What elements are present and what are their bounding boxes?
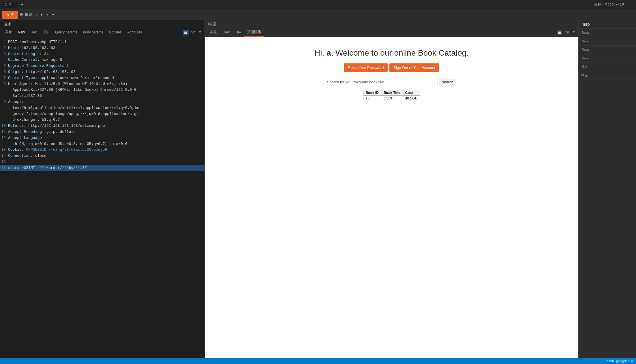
inspector-panel: Insp Requ Requ Requ Requ 请求 响应 — [578, 20, 636, 358]
code-line-8: 8 User-Agent: Mozilla/5.0 (Windows NT 10… — [0, 81, 205, 87]
response-panel: 响应 美化 Raw Hex 页面渲染 ☰ \n ≡ Hi, a. Welcome… — [205, 20, 578, 358]
status-text: CSDN @邦居中3.0 — [607, 359, 633, 363]
results-table: Book ID Book Title Cost 15 OSINT 48 SGD — [363, 90, 420, 101]
welcome-suffix: . Welcome to our online Book Catalog. — [331, 48, 469, 57]
tab-query-params[interactable]: Query params — [52, 29, 80, 36]
reset-password-button[interactable]: Reset Your Password — [344, 63, 388, 72]
welcome-text: Hi, — [314, 48, 327, 57]
tab-headers[interactable]: 报头 — [40, 28, 52, 37]
strip-icon-list[interactable]: ☰ — [183, 30, 189, 35]
resp-tab-hex[interactable]: Hex — [232, 29, 244, 36]
tab-cookies[interactable]: Cookies — [106, 29, 124, 36]
nav-back-button[interactable]: ‹ — [34, 12, 38, 17]
toolbar: 发送 ⚙ 取消 ‹ ▾ › ▾ — [0, 9, 636, 20]
target-label: 目标: http://19... — [594, 2, 635, 7]
code-line-15: 15 — [0, 159, 205, 165]
insp-section-4: Requ — [579, 54, 636, 63]
cell-book-title: OSINT — [381, 96, 403, 101]
nav-forward-button[interactable]: › — [46, 12, 49, 17]
code-line-5: 5 Upgrade-Insecure-Requests 1 — [0, 63, 205, 69]
action-buttons: Reset Your Password Sign Out of Your Acc… — [344, 63, 439, 72]
cancel-button[interactable]: 取消 — [25, 12, 33, 17]
nav-back-down-button[interactable]: ▾ — [40, 12, 44, 17]
request-tab-strip: 美化 Raw Hex 报头 Query params Body params C… — [0, 27, 205, 37]
search-label: Search for your favourite book title — [327, 80, 384, 84]
resp-tab-render[interactable]: 页面渲染 — [244, 28, 264, 37]
code-line-1: 1 POST /welcome.php HTTP/1.1 — [0, 39, 205, 45]
code-line-16: 16 search=OSINT' /**/order/**/by/**/3# — [0, 165, 205, 171]
cell-cost: 48 SGD — [403, 96, 420, 101]
tab-bar: 1 × + 目标: http://19... — [0, 0, 636, 9]
resp-strip-icon-newline[interactable]: \n — [564, 30, 571, 35]
request-panel-title: 请求 — [0, 20, 205, 27]
tab-attributes[interactable]: Attributes — [124, 29, 145, 36]
response-panel-title: 响应 — [205, 20, 578, 27]
code-line-12: 12 Accept-Language: — [0, 135, 205, 141]
code-line-13: 13 Cookie: PHPSESSID=rfq8hq7v8mk8actcc20… — [0, 147, 205, 153]
col-cost: Cost — [403, 90, 420, 96]
request-panel: 请求 美化 Raw Hex 报头 Query params Body param… — [0, 20, 205, 358]
tab-body-params[interactable]: Body params — [80, 29, 106, 36]
nav-forward-down-button[interactable]: ▾ — [51, 12, 55, 17]
code-line-6: 6 Origin: http://192.168.163.193 — [0, 69, 205, 75]
tab-beautify[interactable]: 美化 — [2, 28, 15, 37]
code-area[interactable]: 1 POST /welcome.php HTTP/1.1 2 Host: 192… — [0, 37, 205, 358]
cell-book-id: 15 — [363, 96, 381, 101]
main-tab[interactable]: 1 × — [1, 1, 18, 8]
resp-strip-icon-list[interactable]: ☰ — [557, 30, 562, 35]
insp-section-1: Requ — [579, 29, 636, 37]
search-input[interactable] — [386, 79, 438, 85]
resp-strip-icon-menu[interactable]: ≡ — [571, 30, 576, 35]
code-line-9d: d-exchange;v=b3;q=0.7 — [0, 117, 205, 123]
col-book-id: Book ID — [363, 90, 381, 96]
strip-icon-newline[interactable]: \n — [190, 30, 197, 35]
tab-label: 1 × — [5, 3, 11, 7]
welcome-heading: Hi, a. Welcome to our online Book Catalo… — [314, 48, 469, 58]
insp-section-5: 请求 — [579, 63, 636, 71]
sign-out-button[interactable]: Sign Out of Your Account — [389, 63, 439, 72]
insp-section-2: Requ — [579, 37, 636, 46]
code-line-12b: zh-CN, zh;q=0.9, en-US;q=0.8, en-GB;q=0.… — [0, 141, 205, 147]
inspector-title: Insp — [579, 20, 636, 29]
code-line-8b: AppleWebKit/537.36 (KHTML, like Gecko) C… — [0, 87, 205, 93]
code-line-8c: Safari/537.36 — [0, 93, 205, 99]
strip-icon-menu[interactable]: ≡ — [198, 30, 202, 35]
code-line-9: 9 Accept: — [0, 99, 205, 105]
code-line-10: 10 Referer: http://192.168.163.193/welco… — [0, 123, 205, 129]
table-header-row: Book ID Book Title Cost — [363, 90, 420, 96]
insp-section-3: Requ — [579, 46, 636, 54]
resp-tab-beautify[interactable]: 美化 — [207, 28, 220, 37]
code-line-7: 7 Content-Type: application/x-www-form-u… — [0, 75, 205, 81]
welcome-user: a — [327, 48, 331, 57]
gear-icon[interactable]: ⚙ — [20, 12, 23, 17]
tab-hex[interactable]: Hex — [28, 29, 40, 36]
rendered-content: Hi, a. Welcome to our online Book Catalo… — [205, 37, 578, 358]
tab-strip-icons: ☰ \n ≡ — [183, 30, 202, 35]
col-book-title: Book Title — [381, 90, 403, 96]
code-line-3: 3 Content-Length: 34 — [0, 51, 205, 57]
resp-tab-raw[interactable]: Raw — [220, 29, 232, 36]
code-line-11: 11 Accept-Encoding: gzip, deflate — [0, 129, 205, 135]
insp-section-6: 响应 — [579, 71, 636, 80]
code-line-4: 4 Cache-Control: max-age=0 — [0, 57, 205, 63]
code-line-2: 2 Host: 192.168.163.193 — [0, 45, 205, 51]
response-tab-strip: 美化 Raw Hex 页面渲染 ☰ \n ≡ — [205, 27, 578, 37]
main-area: 请求 美化 Raw Hex 报头 Query params Body param… — [0, 20, 636, 358]
code-line-9c: ge/avif,image/webp,image/apng,*/*;q=0.8,… — [0, 111, 205, 117]
add-tab-button[interactable]: + — [18, 2, 26, 7]
code-line-9b: text/html,application/xhtml+xml,applicat… — [0, 105, 205, 111]
send-button[interactable]: 发送 — [2, 11, 18, 19]
status-bar: CSDN @邦居中3.0 — [0, 358, 636, 364]
search-button[interactable]: search — [440, 79, 456, 85]
search-row: Search for your favourite book title sea… — [327, 79, 456, 85]
resp-strip-icons: ☰ \n ≡ — [557, 30, 576, 35]
code-line-14: 14 Connection: close — [0, 153, 205, 159]
table-row: 15 OSINT 48 SGD — [363, 96, 420, 101]
tab-raw[interactable]: Raw — [15, 29, 28, 36]
